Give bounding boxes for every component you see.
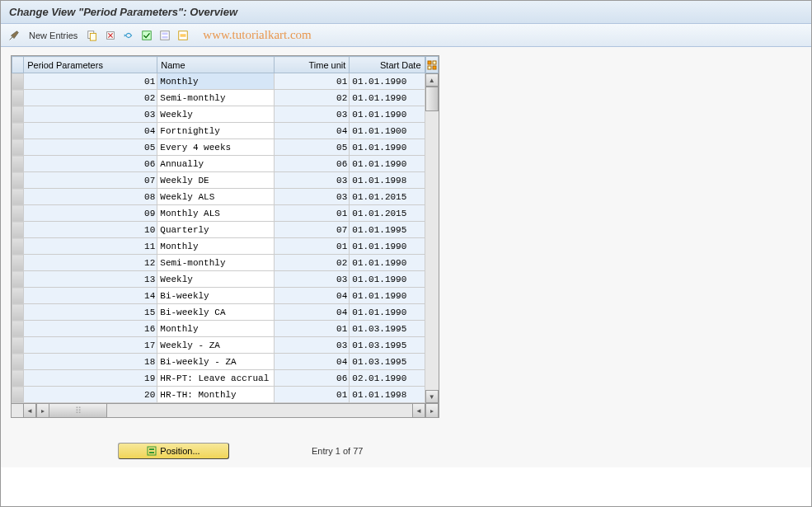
- cell-start-date[interactable]: 01.01.1990: [350, 288, 425, 304]
- cell-start-date[interactable]: 01.01.1990: [350, 139, 425, 156]
- cell-period-param[interactable]: 05: [24, 139, 157, 156]
- cell-time-unit[interactable]: 04: [275, 123, 350, 139]
- cell-period-param[interactable]: 01: [24, 73, 157, 90]
- cell-name[interactable]: Bi-weekly CA: [157, 304, 275, 321]
- cell-time-unit[interactable]: 03: [275, 271, 350, 288]
- cell-time-unit[interactable]: 02: [275, 255, 350, 271]
- new-entries-button[interactable]: New Entries: [26, 31, 81, 40]
- cell-period-param[interactable]: 09: [24, 205, 157, 222]
- cell-start-date[interactable]: 01.03.1995: [350, 321, 425, 337]
- cell-name[interactable]: HR-TH: Monthly: [157, 387, 275, 403]
- cell-name[interactable]: Fortnightly: [157, 123, 275, 139]
- cell-period-param[interactable]: 18: [24, 354, 157, 370]
- row-selector[interactable]: [12, 271, 24, 288]
- cell-period-param[interactable]: 19: [24, 370, 157, 387]
- cell-period-param[interactable]: 20: [24, 387, 157, 403]
- row-selector[interactable]: [12, 354, 24, 370]
- cell-start-date[interactable]: 01.03.1995: [350, 354, 425, 370]
- cell-period-param[interactable]: 17: [24, 337, 157, 354]
- scroll-thumb[interactable]: [425, 87, 439, 111]
- cell-name[interactable]: Weekly DE: [157, 172, 275, 189]
- cell-time-unit[interactable]: 03: [275, 189, 350, 205]
- row-selector[interactable]: [12, 370, 24, 387]
- row-selector[interactable]: [12, 255, 24, 271]
- row-selector[interactable]: [12, 73, 24, 90]
- row-selector[interactable]: [12, 288, 24, 304]
- cell-start-date[interactable]: 01.01.1998: [350, 172, 425, 189]
- row-selector[interactable]: [12, 304, 24, 321]
- row-selector[interactable]: [12, 90, 24, 106]
- cell-period-param[interactable]: 14: [24, 288, 157, 304]
- cell-name[interactable]: Bi-weekly: [157, 288, 275, 304]
- cell-start-date[interactable]: 01.01.2015: [350, 189, 425, 205]
- cell-start-date[interactable]: 01.01.1990: [350, 255, 425, 271]
- cell-start-date[interactable]: 01.01.1998: [350, 387, 425, 403]
- cell-name[interactable]: Weekly - ZA: [157, 337, 275, 354]
- cell-period-param[interactable]: 13: [24, 271, 157, 288]
- copy-icon[interactable]: [86, 29, 99, 42]
- cell-time-unit[interactable]: 02: [275, 90, 350, 106]
- hscroll-right-button[interactable]: ◄: [412, 404, 425, 417]
- cell-period-param[interactable]: 15: [24, 304, 157, 321]
- row-selector[interactable]: [12, 156, 24, 172]
- cell-name[interactable]: HR-PT: Leave accrual: [157, 370, 275, 387]
- cell-time-unit[interactable]: 04: [275, 288, 350, 304]
- row-selector[interactable]: [12, 139, 24, 156]
- cell-start-date[interactable]: 01.01.1900: [350, 123, 425, 139]
- row-selector[interactable]: [12, 123, 24, 139]
- cell-period-param[interactable]: 08: [24, 189, 157, 205]
- col-time-unit[interactable]: Time unit: [275, 57, 350, 73]
- cell-start-date[interactable]: 01.01.1995: [350, 222, 425, 238]
- row-selector[interactable]: [12, 205, 24, 222]
- cell-time-unit[interactable]: 04: [275, 354, 350, 370]
- row-selector[interactable]: [12, 106, 24, 123]
- cell-name[interactable]: Weekly: [157, 271, 275, 288]
- row-selector-header[interactable]: [12, 57, 24, 73]
- row-selector[interactable]: [12, 238, 24, 255]
- cell-time-unit[interactable]: 05: [275, 139, 350, 156]
- cell-period-param[interactable]: 04: [24, 123, 157, 139]
- cell-name[interactable]: Monthly: [157, 238, 275, 255]
- cell-period-param[interactable]: 07: [24, 172, 157, 189]
- hscroll-left2-button[interactable]: ▸: [36, 404, 49, 417]
- cell-time-unit[interactable]: 04: [275, 304, 350, 321]
- cell-start-date[interactable]: 01.01.1990: [350, 304, 425, 321]
- cell-period-param[interactable]: 11: [24, 238, 157, 255]
- row-selector[interactable]: [12, 222, 24, 238]
- cell-start-date[interactable]: 01.01.2015: [350, 205, 425, 222]
- cell-start-date[interactable]: 01.01.1990: [350, 106, 425, 123]
- cell-name[interactable]: Monthly: [157, 73, 275, 90]
- undo-icon[interactable]: [122, 29, 135, 42]
- cell-time-unit[interactable]: 03: [275, 337, 350, 354]
- cell-start-date[interactable]: 01.01.1990: [350, 73, 425, 90]
- cell-time-unit[interactable]: 01: [275, 73, 350, 90]
- cell-start-date[interactable]: 01.01.1990: [350, 90, 425, 106]
- cell-start-date[interactable]: 01.01.1990: [350, 271, 425, 288]
- table-config-icon[interactable]: [425, 56, 439, 73]
- cell-name[interactable]: Monthly ALS: [157, 205, 275, 222]
- cell-period-param[interactable]: 03: [24, 106, 157, 123]
- scroll-down-button[interactable]: ▼: [425, 390, 439, 403]
- cell-time-unit[interactable]: 06: [275, 156, 350, 172]
- delete-icon[interactable]: [104, 29, 117, 42]
- scroll-up-button[interactable]: ▲: [425, 73, 439, 87]
- row-selector[interactable]: [12, 189, 24, 205]
- cell-name[interactable]: Annually: [157, 156, 275, 172]
- toggle-display-icon[interactable]: [7, 29, 21, 42]
- cell-time-unit[interactable]: 06: [275, 370, 350, 387]
- deselect-all-icon[interactable]: [176, 29, 190, 42]
- cell-start-date[interactable]: 01.01.1990: [350, 238, 425, 255]
- position-button[interactable]: Position...: [118, 443, 229, 459]
- cell-name[interactable]: Monthly: [157, 321, 275, 337]
- cell-start-date[interactable]: 01.03.1995: [350, 337, 425, 354]
- row-selector[interactable]: [12, 387, 24, 403]
- cell-name[interactable]: Semi-monthly: [157, 90, 275, 106]
- cell-start-date[interactable]: 01.01.1990: [350, 156, 425, 172]
- cell-period-param[interactable]: 16: [24, 321, 157, 337]
- cell-time-unit[interactable]: 03: [275, 172, 350, 189]
- cell-time-unit[interactable]: 01: [275, 205, 350, 222]
- cell-time-unit[interactable]: 07: [275, 222, 350, 238]
- hscroll-track[interactable]: [107, 404, 412, 417]
- scroll-track[interactable]: [425, 111, 439, 390]
- hscroll-left-button[interactable]: ◄: [23, 404, 36, 417]
